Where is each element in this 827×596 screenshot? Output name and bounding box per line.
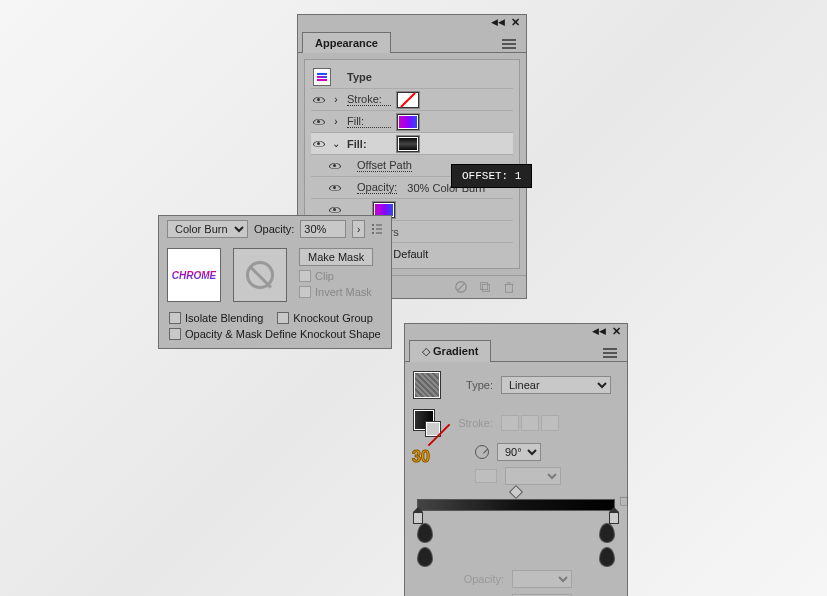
offset-tooltip: OFFSET: 1 [451, 164, 532, 188]
visibility-icon[interactable] [313, 94, 325, 106]
gradient-type-select[interactable]: Linear [501, 376, 611, 394]
color-stop-right[interactable] [609, 512, 619, 524]
blend-mode-select[interactable]: Color Burn [167, 220, 248, 238]
aspect-ratio-icon [475, 469, 497, 483]
opacity-default: Default [393, 248, 428, 260]
chevron-right-icon[interactable]: › [331, 116, 341, 127]
visibility-icon[interactable] [313, 138, 325, 150]
stroke-swatch-none[interactable] [425, 421, 441, 437]
mask-thumb[interactable] [233, 248, 287, 302]
list-icon[interactable] [371, 221, 383, 237]
transparency-panel: Color Burn Opacity: › CHROME Make Mask C… [158, 215, 392, 349]
invert-mask-label: Invert Mask [315, 286, 372, 298]
stop-location-row: Location: [405, 591, 627, 596]
mask-row: CHROME Make Mask Clip Invert Mask [159, 242, 391, 308]
step-badge: 30 [412, 448, 430, 466]
clip-label: Clip [315, 270, 334, 282]
stroke-mode-3 [541, 415, 559, 431]
tab-bar: Appearance [298, 29, 526, 53]
svg-rect-2 [481, 283, 488, 290]
knockout-checkbox[interactable] [277, 312, 289, 324]
stroke-row: Stroke: [405, 406, 627, 440]
angle-icon [475, 445, 489, 459]
stroke-alignment [501, 415, 559, 431]
invert-mask-checkbox [299, 286, 311, 298]
visibility-icon[interactable] [313, 116, 325, 128]
angle-row: 90° [405, 440, 627, 464]
artwork-thumb[interactable]: CHROME [167, 248, 221, 302]
knockout-label: Knockout Group [293, 312, 373, 324]
fill-swatch-gradient[interactable] [397, 114, 419, 130]
opacity-input[interactable] [300, 220, 346, 238]
tab-gradient[interactable]: ◇ Gradient [409, 340, 491, 362]
panel-menu-icon[interactable] [502, 36, 522, 52]
type-row: Type: Linear [405, 368, 627, 402]
tab-bar: ◇ Gradient [405, 338, 627, 362]
close-icon[interactable]: ✕ [612, 325, 621, 338]
svg-line-1 [458, 284, 465, 291]
gradient-track[interactable] [417, 499, 615, 511]
angle-input[interactable]: 90° [497, 443, 541, 461]
chevron-down-icon[interactable]: ⌄ [331, 138, 341, 149]
duplicate-icon[interactable] [478, 280, 492, 294]
stroke-mode-2 [521, 415, 539, 431]
type-icon [313, 68, 331, 86]
fill-row-2[interactable]: ⌄ Fill: [311, 132, 513, 154]
isolate-checkbox[interactable] [169, 312, 181, 324]
fill-swatch-dark[interactable] [397, 136, 419, 152]
stop-opacity-input [512, 570, 572, 588]
panel-menu-icon[interactable] [603, 345, 623, 361]
stop-color-2[interactable] [417, 547, 433, 567]
stroke-label: Stroke: [449, 417, 493, 429]
gradient-panel: ◀◀ ✕ ◇ Gradient Type: Linear Stroke: 90 [404, 323, 628, 596]
chevron-right-icon[interactable]: › [331, 94, 341, 105]
artwork-preview: CHROME [172, 270, 216, 281]
visibility-icon[interactable] [329, 160, 341, 172]
gradient-fill [418, 500, 614, 510]
stroke-label: Stroke: [347, 93, 391, 106]
opacity-label: Opacity: [460, 573, 504, 585]
midpoint-diamond[interactable] [509, 485, 523, 499]
gradient-preview[interactable] [413, 371, 441, 399]
type-row: Type [311, 66, 513, 88]
visibility-icon[interactable] [329, 204, 341, 216]
no-icon[interactable] [454, 280, 468, 294]
collapse-icon[interactable]: ◀◀ [491, 17, 505, 27]
svg-rect-3 [482, 284, 489, 291]
define-checkbox[interactable] [169, 328, 181, 340]
type-label: Type [347, 71, 391, 83]
stop-color-4[interactable] [599, 547, 615, 567]
opacity-stepper[interactable]: › [352, 220, 365, 238]
fill-row-1[interactable]: › Fill: [311, 110, 513, 132]
opacity-label: Opacity: [357, 181, 397, 194]
define-label: Opacity & Mask Define Knockout Shape [185, 328, 381, 340]
close-icon[interactable]: ✕ [511, 16, 520, 29]
stop-opacity-row: Opacity: [405, 567, 627, 591]
trash-icon[interactable] [502, 280, 516, 294]
svg-point-7 [372, 224, 374, 226]
aspect-input [505, 467, 561, 485]
svg-point-9 [372, 228, 374, 230]
color-stop-left[interactable] [413, 512, 423, 524]
collapse-icon[interactable]: ◀◀ [592, 326, 606, 336]
svg-rect-13 [621, 497, 628, 505]
stop-color-1[interactable] [417, 523, 433, 543]
fill-label: Fill: [347, 115, 391, 128]
stroke-row[interactable]: › Stroke: [311, 88, 513, 110]
delete-stop-icon[interactable] [617, 493, 631, 507]
stroke-mode-1 [501, 415, 519, 431]
stroke-swatch-none[interactable] [397, 92, 419, 108]
svg-point-11 [372, 232, 374, 234]
opacity-label: Opacity: [254, 223, 294, 235]
panel-header: ◀◀ ✕ [298, 15, 526, 29]
tab-appearance[interactable]: Appearance [302, 32, 391, 53]
blend-row: Color Burn Opacity: › [159, 216, 391, 242]
gradient-slider[interactable] [405, 488, 627, 515]
make-mask-button[interactable]: Make Mask [299, 248, 373, 266]
panel-header: ◀◀ ✕ [405, 324, 627, 338]
no-mask-icon [246, 261, 274, 289]
offset-path-label: Offset Path [357, 159, 412, 172]
stop-color-3[interactable] [599, 523, 615, 543]
color-stop-thumbs [405, 515, 627, 567]
visibility-icon[interactable] [329, 182, 341, 194]
